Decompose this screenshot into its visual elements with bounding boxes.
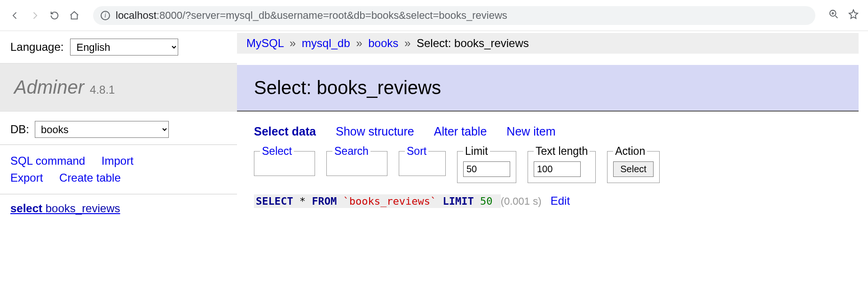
action-legend: Action <box>613 145 647 158</box>
logo-block: Adminer 4.8.1 <box>0 63 237 112</box>
url-text: localhost:8000/?server=mysql_db&username… <box>116 9 507 22</box>
limit-input[interactable] <box>463 161 510 177</box>
fieldsets-row: Select Search Sort Limit Text length Act… <box>237 142 859 192</box>
query-timing: (0.001 s) <box>501 195 542 207</box>
tab-new-item[interactable]: New item <box>506 125 555 138</box>
textlength-fieldset: Text length <box>528 145 596 183</box>
textlength-legend: Text length <box>534 145 590 158</box>
bookmark-star-icon[interactable] <box>848 9 859 22</box>
language-select[interactable]: English <box>70 39 178 56</box>
sql-code: SELECT * FROM `books_reviews` LIMIT 50 <box>254 194 501 208</box>
bc-server[interactable]: mysql_db <box>302 37 350 49</box>
sidebar-links: SQL command Import Export Create table <box>0 145 237 194</box>
app-version: 4.8.1 <box>90 83 115 96</box>
db-select[interactable]: books <box>35 121 169 138</box>
search-fieldset: Search <box>326 145 387 176</box>
limit-legend: Limit <box>463 145 490 158</box>
site-info-icon[interactable]: i <box>101 11 110 20</box>
browser-toolbar: i localhost:8000/?server=mysql_db&userna… <box>0 0 868 31</box>
breadcrumb: MySQL » mysql_db » books » Select: books… <box>237 33 859 54</box>
sql-command-link[interactable]: SQL command <box>10 154 85 167</box>
language-label: Language: <box>10 40 63 54</box>
bc-driver[interactable]: MySQL <box>246 37 284 49</box>
sql-query-row: SELECT * FROM `books_reviews` LIMIT 50 (… <box>237 192 859 209</box>
tab-select-data[interactable]: Select data <box>254 125 316 138</box>
main-content: MySQL » mysql_db » books » Select: books… <box>237 31 868 223</box>
select-fieldset: Select <box>254 145 315 176</box>
create-table-link[interactable]: Create table <box>59 171 121 184</box>
back-button[interactable] <box>9 10 21 21</box>
import-link[interactable]: Import <box>102 154 134 167</box>
tabs-row: Select data Show structure Alter table N… <box>237 112 859 142</box>
tables-list: select books_reviews <box>0 194 237 223</box>
edit-query-link[interactable]: Edit <box>551 194 570 207</box>
tab-alter-table[interactable]: Alter table <box>434 125 487 138</box>
app-name: Adminer <box>14 77 84 97</box>
db-label: DB: <box>10 123 29 136</box>
search-legend[interactable]: Search <box>332 145 371 158</box>
reload-button[interactable] <box>49 10 60 21</box>
bc-current: Select: books_reviews <box>417 37 529 49</box>
textlength-input[interactable] <box>534 161 581 177</box>
table-name: books_reviews <box>46 202 120 215</box>
action-fieldset: Action <box>607 145 660 183</box>
sidebar: Language: English Adminer 4.8.1 DB: book… <box>0 31 237 223</box>
bc-database[interactable]: books <box>368 37 398 49</box>
tab-show-structure[interactable]: Show structure <box>336 125 414 138</box>
select-button[interactable] <box>613 161 654 177</box>
home-button[interactable] <box>69 10 80 21</box>
sort-legend[interactable]: Sort <box>405 145 428 158</box>
limit-fieldset: Limit <box>457 145 516 183</box>
select-keyword: select <box>10 202 42 215</box>
table-row[interactable]: select books_reviews <box>10 202 120 215</box>
select-legend[interactable]: Select <box>260 145 294 158</box>
page-title: Select: books_reviews <box>254 77 842 98</box>
address-bar[interactable]: i localhost:8000/?server=mysql_db&userna… <box>93 6 815 25</box>
export-link[interactable]: Export <box>10 171 43 184</box>
title-banner: Select: books_reviews <box>237 65 859 112</box>
sort-fieldset: Sort <box>399 145 446 176</box>
forward-button[interactable] <box>29 10 40 21</box>
zoom-icon[interactable] <box>829 9 839 22</box>
